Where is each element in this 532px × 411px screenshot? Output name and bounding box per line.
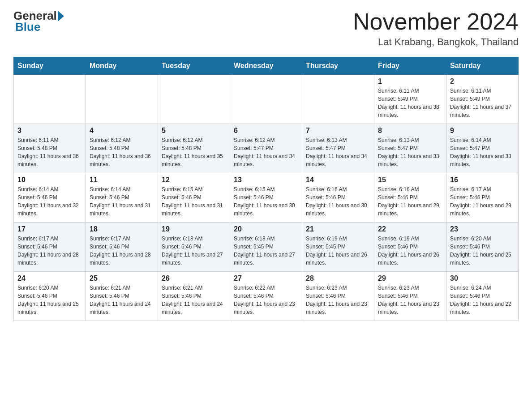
calendar-cell: 18Sunrise: 6:17 AMSunset: 5:46 PMDayligh… bbox=[86, 223, 158, 272]
weekday-header-tuesday: Tuesday bbox=[158, 57, 230, 75]
day-info: Sunrise: 6:14 AMSunset: 5:47 PMDaylight:… bbox=[450, 136, 515, 168]
day-info: Sunrise: 6:23 AMSunset: 5:46 PMDaylight:… bbox=[378, 284, 442, 316]
day-info: Sunrise: 6:21 AMSunset: 5:46 PMDaylight:… bbox=[162, 284, 226, 316]
day-info: Sunrise: 6:18 AMSunset: 5:45 PMDaylight:… bbox=[234, 235, 298, 267]
day-info: Sunrise: 6:11 AMSunset: 5:49 PMDaylight:… bbox=[450, 87, 515, 119]
logo-blue-text: Blue bbox=[15, 20, 40, 34]
day-info: Sunrise: 6:13 AMSunset: 5:47 PMDaylight:… bbox=[306, 136, 370, 168]
calendar-cell: 20Sunrise: 6:18 AMSunset: 5:45 PMDayligh… bbox=[230, 223, 302, 272]
weekday-header-friday: Friday bbox=[374, 57, 446, 75]
calendar-cell: 2Sunrise: 6:11 AMSunset: 5:49 PMDaylight… bbox=[446, 75, 519, 124]
day-info: Sunrise: 6:20 AMSunset: 5:46 PMDaylight:… bbox=[17, 284, 82, 316]
calendar-cell: 3Sunrise: 6:11 AMSunset: 5:48 PMDaylight… bbox=[14, 124, 86, 173]
day-info: Sunrise: 6:14 AMSunset: 5:46 PMDaylight:… bbox=[90, 185, 154, 218]
day-number: 25 bbox=[90, 274, 154, 283]
week-row-4: 17Sunrise: 6:17 AMSunset: 5:46 PMDayligh… bbox=[14, 223, 519, 272]
day-number: 29 bbox=[378, 274, 442, 283]
calendar-cell bbox=[230, 75, 302, 124]
day-number: 9 bbox=[450, 127, 515, 135]
month-title: November 2024 bbox=[353, 9, 519, 34]
calendar-cell: 8Sunrise: 6:13 AMSunset: 5:47 PMDaylight… bbox=[374, 124, 446, 173]
calendar-cell: 11Sunrise: 6:14 AMSunset: 5:46 PMDayligh… bbox=[86, 173, 158, 223]
day-number: 11 bbox=[90, 176, 154, 184]
day-number: 4 bbox=[90, 127, 154, 135]
day-info: Sunrise: 6:16 AMSunset: 5:46 PMDaylight:… bbox=[378, 185, 442, 218]
day-info: Sunrise: 6:14 AMSunset: 5:46 PMDaylight:… bbox=[17, 185, 82, 218]
calendar-cell: 23Sunrise: 6:20 AMSunset: 5:46 PMDayligh… bbox=[446, 223, 519, 272]
week-row-5: 24Sunrise: 6:20 AMSunset: 5:46 PMDayligh… bbox=[14, 272, 519, 321]
calendar-cell: 10Sunrise: 6:14 AMSunset: 5:46 PMDayligh… bbox=[14, 173, 86, 223]
day-info: Sunrise: 6:19 AMSunset: 5:45 PMDaylight:… bbox=[306, 235, 370, 267]
weekday-header-sunday: Sunday bbox=[14, 57, 86, 75]
calendar-cell: 28Sunrise: 6:23 AMSunset: 5:46 PMDayligh… bbox=[302, 272, 374, 321]
calendar-cell: 4Sunrise: 6:12 AMSunset: 5:48 PMDaylight… bbox=[86, 124, 158, 173]
calendar-cell: 5Sunrise: 6:12 AMSunset: 5:48 PMDaylight… bbox=[158, 124, 230, 173]
day-info: Sunrise: 6:12 AMSunset: 5:48 PMDaylight:… bbox=[90, 136, 154, 168]
calendar-table: SundayMondayTuesdayWednesdayThursdayFrid… bbox=[13, 57, 519, 321]
calendar-cell bbox=[158, 75, 230, 124]
day-number: 19 bbox=[162, 225, 226, 233]
day-number: 13 bbox=[234, 176, 298, 184]
day-number: 17 bbox=[17, 225, 82, 233]
day-number: 22 bbox=[378, 225, 442, 233]
day-number: 26 bbox=[162, 274, 226, 283]
calendar-cell: 1Sunrise: 6:11 AMSunset: 5:49 PMDaylight… bbox=[374, 75, 446, 124]
day-info: Sunrise: 6:11 AMSunset: 5:48 PMDaylight:… bbox=[17, 136, 82, 168]
calendar-cell: 16Sunrise: 6:17 AMSunset: 5:46 PMDayligh… bbox=[446, 173, 519, 223]
day-info: Sunrise: 6:17 AMSunset: 5:46 PMDaylight:… bbox=[450, 185, 515, 218]
day-info: Sunrise: 6:12 AMSunset: 5:47 PMDaylight:… bbox=[234, 136, 298, 168]
calendar-cell bbox=[302, 75, 374, 124]
title-block: November 2024 Lat Krabang, Bangkok, Thai… bbox=[353, 9, 519, 48]
day-info: Sunrise: 6:17 AMSunset: 5:46 PMDaylight:… bbox=[17, 235, 82, 267]
day-number: 3 bbox=[17, 127, 82, 135]
day-info: Sunrise: 6:21 AMSunset: 5:46 PMDaylight:… bbox=[90, 284, 154, 316]
day-info: Sunrise: 6:16 AMSunset: 5:46 PMDaylight:… bbox=[306, 185, 370, 218]
calendar-cell: 13Sunrise: 6:15 AMSunset: 5:46 PMDayligh… bbox=[230, 173, 302, 223]
logo-arrow-icon bbox=[58, 11, 64, 21]
calendar-cell: 12Sunrise: 6:15 AMSunset: 5:46 PMDayligh… bbox=[158, 173, 230, 223]
calendar-cell: 27Sunrise: 6:22 AMSunset: 5:46 PMDayligh… bbox=[230, 272, 302, 321]
day-number: 14 bbox=[306, 176, 370, 184]
day-number: 15 bbox=[378, 176, 442, 184]
day-number: 1 bbox=[378, 77, 442, 86]
calendar-cell: 7Sunrise: 6:13 AMSunset: 5:47 PMDaylight… bbox=[302, 124, 374, 173]
week-row-1: 1Sunrise: 6:11 AMSunset: 5:49 PMDaylight… bbox=[14, 75, 519, 124]
day-number: 28 bbox=[306, 274, 370, 283]
logo: General Blue bbox=[13, 9, 65, 34]
day-number: 20 bbox=[234, 225, 298, 233]
day-number: 7 bbox=[306, 127, 370, 135]
week-row-2: 3Sunrise: 6:11 AMSunset: 5:48 PMDaylight… bbox=[14, 124, 519, 173]
day-info: Sunrise: 6:18 AMSunset: 5:46 PMDaylight:… bbox=[162, 235, 226, 267]
calendar-cell: 30Sunrise: 6:24 AMSunset: 5:46 PMDayligh… bbox=[446, 272, 519, 321]
day-info: Sunrise: 6:15 AMSunset: 5:46 PMDaylight:… bbox=[234, 185, 298, 218]
day-number: 8 bbox=[378, 127, 442, 135]
day-number: 6 bbox=[234, 127, 298, 135]
day-info: Sunrise: 6:24 AMSunset: 5:46 PMDaylight:… bbox=[450, 284, 515, 316]
day-info: Sunrise: 6:20 AMSunset: 5:46 PMDaylight:… bbox=[450, 235, 515, 267]
weekday-header-monday: Monday bbox=[86, 57, 158, 75]
day-info: Sunrise: 6:11 AMSunset: 5:49 PMDaylight:… bbox=[378, 87, 442, 119]
day-number: 24 bbox=[17, 274, 82, 283]
day-info: Sunrise: 6:13 AMSunset: 5:47 PMDaylight:… bbox=[378, 136, 442, 168]
calendar-cell: 15Sunrise: 6:16 AMSunset: 5:46 PMDayligh… bbox=[374, 173, 446, 223]
day-number: 27 bbox=[234, 274, 298, 283]
calendar-cell: 21Sunrise: 6:19 AMSunset: 5:45 PMDayligh… bbox=[302, 223, 374, 272]
calendar-cell bbox=[14, 75, 86, 124]
day-number: 12 bbox=[162, 176, 226, 184]
calendar-cell: 6Sunrise: 6:12 AMSunset: 5:47 PMDaylight… bbox=[230, 124, 302, 173]
weekday-header-thursday: Thursday bbox=[302, 57, 374, 75]
calendar-cell: 14Sunrise: 6:16 AMSunset: 5:46 PMDayligh… bbox=[302, 173, 374, 223]
weekday-header-row: SundayMondayTuesdayWednesdayThursdayFrid… bbox=[14, 57, 519, 75]
weekday-header-saturday: Saturday bbox=[446, 57, 519, 75]
calendar-cell: 17Sunrise: 6:17 AMSunset: 5:46 PMDayligh… bbox=[14, 223, 86, 272]
day-info: Sunrise: 6:17 AMSunset: 5:46 PMDaylight:… bbox=[90, 235, 154, 267]
calendar-cell: 19Sunrise: 6:18 AMSunset: 5:46 PMDayligh… bbox=[158, 223, 230, 272]
weekday-header-wednesday: Wednesday bbox=[230, 57, 302, 75]
page-header: General Blue November 2024 Lat Krabang, … bbox=[13, 9, 519, 48]
calendar-cell: 29Sunrise: 6:23 AMSunset: 5:46 PMDayligh… bbox=[374, 272, 446, 321]
day-info: Sunrise: 6:22 AMSunset: 5:46 PMDaylight:… bbox=[234, 284, 298, 316]
calendar-cell: 22Sunrise: 6:19 AMSunset: 5:46 PMDayligh… bbox=[374, 223, 446, 272]
day-number: 18 bbox=[90, 225, 154, 233]
day-info: Sunrise: 6:19 AMSunset: 5:46 PMDaylight:… bbox=[378, 235, 442, 267]
calendar-cell: 24Sunrise: 6:20 AMSunset: 5:46 PMDayligh… bbox=[14, 272, 86, 321]
